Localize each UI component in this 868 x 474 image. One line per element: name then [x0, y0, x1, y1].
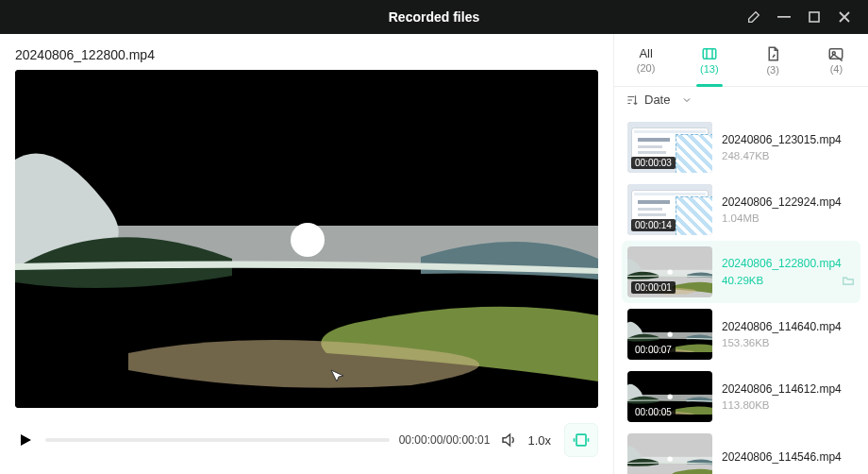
player-controls: 00:00:00/00:00:01 1.0x — [15, 423, 598, 457]
window-controls — [745, 0, 862, 34]
video-preview[interactable] — [15, 70, 598, 408]
duration-badge: 00:00:01 — [631, 281, 676, 294]
svg-rect-5 — [810, 12, 819, 22]
play-button[interactable] — [15, 430, 36, 450]
file-meta: 20240806_122924.mp41.04MB — [722, 184, 855, 235]
file-size: 113.80KB — [722, 399, 770, 411]
file-size: 40.29KB — [722, 275, 763, 286]
file-meta: 20240806_114546.mp4 — [722, 433, 855, 474]
file-item[interactable]: 00:00:0320240806_123015.mp4248.47KB — [622, 116, 860, 178]
file-thumbnail: 00:00:05 — [627, 371, 712, 422]
playback-speed[interactable]: 1.0x — [527, 433, 551, 448]
file-name: 20240806_114640.mp4 — [722, 320, 855, 333]
sort-icon — [626, 93, 639, 107]
tab-document[interactable]: (3) — [742, 34, 805, 86]
window-title: Recorded files — [389, 9, 479, 25]
tab-image-count: (4) — [830, 63, 843, 75]
file-item[interactable]: 00:00:0120240806_122800.mp440.29KB — [622, 241, 860, 303]
file-name: 20240806_114546.mp4 — [722, 450, 855, 464]
duration-badge: 00:00:07 — [631, 344, 676, 356]
duration-badge: 00:00:14 — [631, 219, 676, 231]
filter-tabs: All (20) (13) (3) (4) — [614, 34, 868, 87]
crop-button[interactable] — [564, 423, 598, 457]
file-size: 153.36KB — [722, 337, 770, 348]
file-meta: 20240806_114612.mp4113.80KB — [722, 371, 855, 422]
svg-rect-7 — [703, 48, 716, 59]
file-thumbnail: 00:00:01 — [627, 246, 712, 297]
tab-video[interactable]: (13) — [677, 34, 741, 86]
file-item[interactable]: 20240806_114546.mp4 — [622, 428, 860, 474]
sort-dropdown[interactable]: Date — [614, 87, 868, 114]
file-size: 248.47KB — [722, 150, 770, 161]
chevron-down-icon — [681, 94, 693, 106]
tab-all[interactable]: All (20) — [614, 34, 677, 86]
file-item[interactable]: 00:00:1420240806_122924.mp41.04MB — [622, 178, 860, 241]
file-list[interactable]: 00:00:0320240806_123015.mp4248.47KB 00:0… — [614, 114, 868, 474]
preview-filename: 20240806_122800.mp4 — [15, 47, 598, 62]
file-meta: 20240806_114640.mp4153.36KB — [722, 309, 855, 360]
file-name: 20240806_122924.mp4 — [722, 195, 855, 209]
svg-rect-6 — [576, 434, 586, 446]
edit-icon[interactable] — [745, 8, 762, 25]
file-thumbnail: 00:00:07 — [627, 309, 712, 360]
file-name: 20240806_122800.mp4 — [722, 257, 855, 270]
file-size: 1.04MB — [722, 212, 760, 224]
timecode: 00:00:00/00:00:01 — [399, 433, 491, 447]
tab-document-count: (3) — [766, 64, 778, 76]
file-meta: 20240806_123015.mp4248.47KB — [722, 122, 855, 173]
preview-pane: 20240806_122800.mp4 00:00:00/00:00:01 1.… — [0, 34, 613, 474]
minimize-button[interactable] — [776, 8, 793, 25]
file-sidebar: All (20) (13) (3) (4) Date — [613, 34, 868, 474]
close-button[interactable] — [836, 8, 853, 25]
tab-video-count: (13) — [700, 63, 719, 75]
reveal-in-folder-icon[interactable] — [842, 274, 855, 287]
duration-badge: 00:00:05 — [631, 406, 676, 418]
svg-rect-4 — [777, 16, 791, 18]
file-item[interactable]: 00:00:0520240806_114612.mp4113.80KB — [622, 365, 860, 428]
volume-icon[interactable] — [499, 431, 518, 449]
tab-all-count: (20) — [637, 62, 656, 74]
maximize-button[interactable] — [806, 8, 823, 25]
tab-all-label: All — [639, 46, 652, 60]
file-meta: 20240806_122800.mp440.29KB — [722, 246, 855, 297]
main-content: 20240806_122800.mp4 00:00:00/00:00:01 1.… — [0, 34, 868, 474]
tab-image[interactable]: (4) — [805, 34, 868, 86]
file-name: 20240806_123015.mp4 — [722, 133, 855, 146]
titlebar: Recorded files — [0, 0, 868, 34]
file-thumbnail: 00:00:03 — [627, 122, 712, 173]
file-name: 20240806_114612.mp4 — [722, 382, 855, 396]
duration-badge: 00:00:03 — [631, 157, 676, 169]
file-thumbnail: 00:00:14 — [627, 184, 712, 235]
file-thumbnail — [627, 433, 712, 474]
file-item[interactable]: 00:00:0720240806_114640.mp4153.36KB — [622, 303, 860, 365]
sort-label: Date — [644, 93, 670, 107]
scrubber[interactable] — [45, 438, 390, 442]
